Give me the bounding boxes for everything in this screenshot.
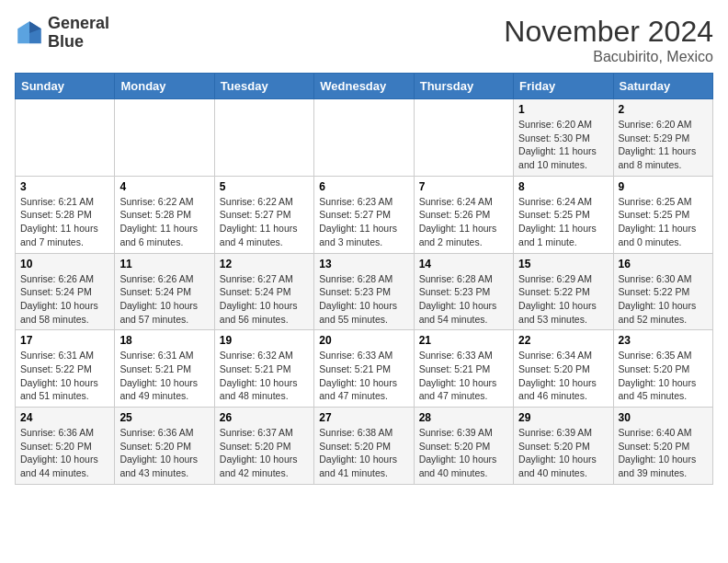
day-number: 2 xyxy=(619,103,708,116)
day-info: Sunrise: 6:22 AMSunset: 5:28 PMDaylight:… xyxy=(119,195,209,249)
day-info: Sunrise: 6:40 AMSunset: 5:20 PMDaylight:… xyxy=(619,426,708,480)
day-info: Sunrise: 6:33 AMSunset: 5:21 PMDaylight:… xyxy=(319,349,408,403)
day-cell: 30Sunrise: 6:40 AMSunset: 5:20 PMDayligh… xyxy=(613,408,712,485)
day-number: 16 xyxy=(619,258,708,270)
day-number: 28 xyxy=(419,411,508,424)
day-info: Sunrise: 6:24 AMSunset: 5:26 PMDaylight:… xyxy=(419,195,508,249)
logo-icon xyxy=(15,18,44,48)
day-cell: 29Sunrise: 6:39 AMSunset: 5:20 PMDayligh… xyxy=(514,408,613,485)
day-info: Sunrise: 6:26 AMSunset: 5:24 PMDaylight:… xyxy=(119,272,209,327)
day-info: Sunrise: 6:21 AMSunset: 5:28 PMDaylight:… xyxy=(20,195,109,249)
day-number: 18 xyxy=(119,334,209,347)
day-info: Sunrise: 6:25 AMSunset: 5:25 PMDaylight:… xyxy=(619,195,708,249)
logo-text: General Blue xyxy=(48,15,109,52)
day-cell: 1Sunrise: 6:20 AMSunset: 5:30 PMDaylight… xyxy=(514,99,613,177)
day-info: Sunrise: 6:27 AMSunset: 5:24 PMDaylight:… xyxy=(220,272,309,327)
day-number: 5 xyxy=(220,180,309,193)
day-number: 27 xyxy=(319,411,408,424)
day-number: 12 xyxy=(220,258,309,270)
day-cell: 11Sunrise: 6:26 AMSunset: 5:24 PMDayligh… xyxy=(115,253,214,330)
day-number: 19 xyxy=(220,334,309,347)
day-cell: 28Sunrise: 6:39 AMSunset: 5:20 PMDayligh… xyxy=(414,408,513,485)
day-info: Sunrise: 6:22 AMSunset: 5:27 PMDaylight:… xyxy=(220,195,309,249)
day-number: 23 xyxy=(619,334,708,347)
day-cell: 3Sunrise: 6:21 AMSunset: 5:28 PMDaylight… xyxy=(16,176,115,253)
day-info: Sunrise: 6:30 AMSunset: 5:22 PMDaylight:… xyxy=(619,272,708,327)
day-cell: 10Sunrise: 6:26 AMSunset: 5:24 PMDayligh… xyxy=(16,253,115,330)
day-number: 17 xyxy=(20,334,109,347)
location-title: Bacubirito, Mexico xyxy=(504,49,713,65)
day-number: 22 xyxy=(518,334,608,347)
day-cell: 23Sunrise: 6:35 AMSunset: 5:20 PMDayligh… xyxy=(613,330,712,408)
day-cell: 18Sunrise: 6:31 AMSunset: 5:21 PMDayligh… xyxy=(115,330,214,408)
day-info: Sunrise: 6:23 AMSunset: 5:27 PMDaylight:… xyxy=(319,195,408,249)
day-number: 14 xyxy=(419,258,508,270)
day-cell: 26Sunrise: 6:37 AMSunset: 5:20 PMDayligh… xyxy=(214,408,313,485)
day-cell: 27Sunrise: 6:38 AMSunset: 5:20 PMDayligh… xyxy=(314,408,414,485)
day-info: Sunrise: 6:28 AMSunset: 5:23 PMDaylight:… xyxy=(319,272,408,327)
svg-marker-1 xyxy=(17,21,29,43)
day-number: 3 xyxy=(20,180,109,193)
day-cell xyxy=(16,99,115,177)
day-cell xyxy=(414,99,513,177)
day-cell: 14Sunrise: 6:28 AMSunset: 5:23 PMDayligh… xyxy=(414,253,513,330)
day-info: Sunrise: 6:34 AMSunset: 5:20 PMDaylight:… xyxy=(518,349,608,403)
day-info: Sunrise: 6:35 AMSunset: 5:20 PMDaylight:… xyxy=(619,349,708,403)
day-info: Sunrise: 6:39 AMSunset: 5:20 PMDaylight:… xyxy=(518,426,608,480)
day-info: Sunrise: 6:36 AMSunset: 5:20 PMDaylight:… xyxy=(119,426,209,480)
day-header-tuesday: Tuesday xyxy=(214,74,313,99)
day-info: Sunrise: 6:26 AMSunset: 5:24 PMDaylight:… xyxy=(20,272,109,327)
day-number: 15 xyxy=(518,258,608,270)
day-info: Sunrise: 6:38 AMSunset: 5:20 PMDaylight:… xyxy=(319,426,408,480)
day-number: 25 xyxy=(119,411,209,424)
day-number: 4 xyxy=(119,180,209,193)
day-info: Sunrise: 6:33 AMSunset: 5:21 PMDaylight:… xyxy=(419,349,508,403)
day-info: Sunrise: 6:32 AMSunset: 5:21 PMDaylight:… xyxy=(220,349,309,403)
day-info: Sunrise: 6:37 AMSunset: 5:20 PMDaylight:… xyxy=(220,426,309,480)
day-cell: 19Sunrise: 6:32 AMSunset: 5:21 PMDayligh… xyxy=(214,330,313,408)
day-number: 1 xyxy=(518,103,608,116)
day-cell: 15Sunrise: 6:29 AMSunset: 5:22 PMDayligh… xyxy=(514,253,613,330)
day-cell xyxy=(314,99,414,177)
week-row-4: 17Sunrise: 6:31 AMSunset: 5:22 PMDayligh… xyxy=(16,330,713,408)
day-cell: 9Sunrise: 6:25 AMSunset: 5:25 PMDaylight… xyxy=(613,176,712,253)
day-info: Sunrise: 6:20 AMSunset: 5:30 PMDaylight:… xyxy=(518,118,608,172)
day-number: 11 xyxy=(119,258,209,270)
week-row-2: 3Sunrise: 6:21 AMSunset: 5:28 PMDaylight… xyxy=(16,176,713,253)
day-header-saturday: Saturday xyxy=(613,74,712,99)
day-number: 8 xyxy=(518,180,608,193)
day-cell: 20Sunrise: 6:33 AMSunset: 5:21 PMDayligh… xyxy=(314,330,414,408)
day-number: 6 xyxy=(319,180,408,193)
day-info: Sunrise: 6:20 AMSunset: 5:29 PMDaylight:… xyxy=(619,118,708,172)
day-header-thursday: Thursday xyxy=(414,74,513,99)
day-header-wednesday: Wednesday xyxy=(314,74,414,99)
day-cell: 7Sunrise: 6:24 AMSunset: 5:26 PMDaylight… xyxy=(414,176,513,253)
day-header-friday: Friday xyxy=(514,74,613,99)
day-cell: 4Sunrise: 6:22 AMSunset: 5:28 PMDaylight… xyxy=(115,176,214,253)
day-cell: 16Sunrise: 6:30 AMSunset: 5:22 PMDayligh… xyxy=(613,253,712,330)
day-info: Sunrise: 6:36 AMSunset: 5:20 PMDaylight:… xyxy=(20,426,109,480)
day-number: 13 xyxy=(319,258,408,270)
day-cell: 21Sunrise: 6:33 AMSunset: 5:21 PMDayligh… xyxy=(414,330,513,408)
day-number: 30 xyxy=(619,411,708,424)
day-number: 21 xyxy=(419,334,508,347)
week-row-5: 24Sunrise: 6:36 AMSunset: 5:20 PMDayligh… xyxy=(16,408,713,485)
day-cell: 12Sunrise: 6:27 AMSunset: 5:24 PMDayligh… xyxy=(214,253,313,330)
day-cell: 22Sunrise: 6:34 AMSunset: 5:20 PMDayligh… xyxy=(514,330,613,408)
day-info: Sunrise: 6:39 AMSunset: 5:20 PMDaylight:… xyxy=(419,426,508,480)
day-cell xyxy=(115,99,214,177)
day-cell xyxy=(214,99,313,177)
day-cell: 25Sunrise: 6:36 AMSunset: 5:20 PMDayligh… xyxy=(115,408,214,485)
day-number: 7 xyxy=(419,180,508,193)
day-header-monday: Monday xyxy=(115,74,214,99)
week-row-3: 10Sunrise: 6:26 AMSunset: 5:24 PMDayligh… xyxy=(16,253,713,330)
day-info: Sunrise: 6:24 AMSunset: 5:25 PMDaylight:… xyxy=(518,195,608,249)
day-number: 10 xyxy=(20,258,109,270)
day-info: Sunrise: 6:31 AMSunset: 5:21 PMDaylight:… xyxy=(119,349,209,403)
day-number: 29 xyxy=(518,411,608,424)
day-header-sunday: Sunday xyxy=(16,74,115,99)
day-number: 9 xyxy=(619,180,708,193)
day-info: Sunrise: 6:31 AMSunset: 5:22 PMDaylight:… xyxy=(20,349,109,403)
logo: General Blue xyxy=(15,15,109,52)
title-area: November 2024 Bacubirito, Mexico xyxy=(504,15,713,65)
